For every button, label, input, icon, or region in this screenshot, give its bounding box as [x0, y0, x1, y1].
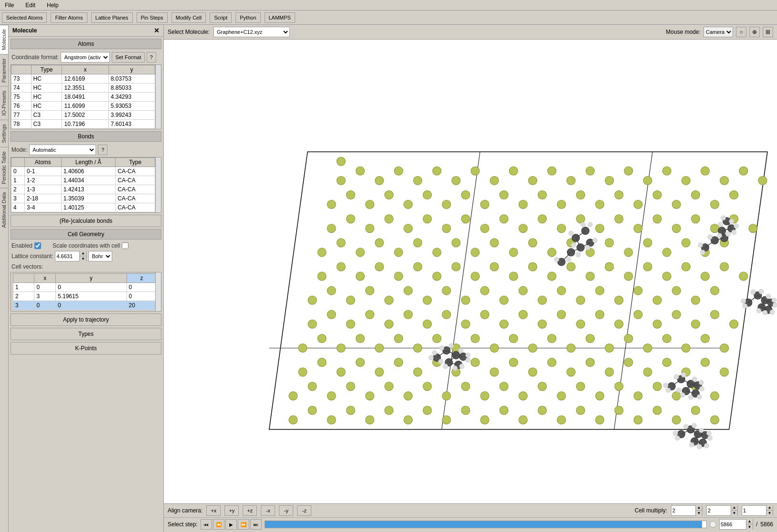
coord-help-btn[interactable]: ?	[147, 52, 156, 63]
cell-mult-x-up[interactable]: ▲	[695, 505, 702, 511]
lattice-down-btn[interactable]: ▼	[79, 256, 86, 261]
align-nx-btn[interactable]: -x	[261, 505, 275, 516]
vector-row[interactable]: 2 3 5.19615 0	[13, 292, 157, 301]
svg-point-165	[318, 248, 326, 257]
align-px-btn[interactable]: +x	[206, 505, 221, 516]
bond-row[interactable]: 0 0-1 1.40606 CA-CA	[11, 167, 155, 176]
progress-bar[interactable]	[265, 521, 707, 528]
step-down-btn[interactable]: ▼	[746, 524, 753, 530]
svg-point-328	[681, 373, 686, 377]
lattice-input[interactable]: 4.6631	[55, 251, 79, 261]
cell-mult-x[interactable]: ▲ ▼	[671, 505, 702, 516]
cell-mult-y-up[interactable]: ▲	[731, 505, 737, 511]
recalculate-bonds-btn[interactable]: (Re-)calculate bonds	[11, 215, 161, 227]
cell-mult-z-input[interactable]	[742, 506, 766, 515]
svg-rect-0	[164, 90, 777, 453]
cell-mult-z-up[interactable]: ▲	[766, 505, 773, 511]
step-prev-btn[interactable]: ⏪	[213, 519, 224, 530]
align-ny-btn[interactable]: -y	[279, 505, 293, 516]
bond-row[interactable]: 3 2-18 1.35039 CA-CA	[11, 194, 155, 203]
coord-format-select[interactable]: Angstrom (activ	[61, 52, 110, 63]
cell-mult-x-down[interactable]: ▼	[695, 511, 702, 516]
cell-mult-z[interactable]: ▲ ▼	[742, 505, 773, 516]
menu-edit[interactable]: Edit	[22, 1, 38, 10]
bonds-help-btn[interactable]: ?	[98, 145, 107, 155]
viewport-icon-btn1[interactable]: ○	[736, 27, 746, 37]
cell-mult-z-down[interactable]: ▼	[766, 511, 773, 516]
atom-row[interactable]: 77 C3 17.5002 3.99243	[11, 111, 155, 120]
toolbar-modify-cell[interactable]: Modify Cell	[171, 12, 206, 23]
align-nz-btn[interactable]: -z	[297, 505, 311, 516]
tab-molecule[interactable]: Molecule	[0, 25, 8, 54]
atoms-scrollbar[interactable]	[155, 65, 161, 129]
set-format-btn[interactable]: Set Format	[112, 52, 144, 63]
step-number-spinner[interactable]: ▲ ▼	[719, 519, 753, 530]
tab-periodic-table[interactable]: Periodic Table	[0, 147, 8, 188]
toolbar-lammps[interactable]: LAMMPS	[265, 12, 295, 23]
tab-settings[interactable]: Settings	[0, 120, 8, 147]
lattice-label: Lattice constant:	[11, 253, 53, 260]
atom-row[interactable]: 73 HC 12.6169 8.03753	[11, 74, 155, 83]
svg-point-329	[692, 377, 697, 382]
mouse-mode-select[interactable]: Camera	[703, 27, 733, 37]
svg-point-223	[576, 190, 585, 199]
step-last-btn[interactable]: ⏭	[250, 519, 262, 530]
bonds-mode-select[interactable]: Automatic	[29, 145, 96, 155]
lattice-unit-select[interactable]: Bohr	[88, 251, 112, 261]
panel-close-btn[interactable]: ✕	[154, 27, 160, 34]
atom-row[interactable]: 75 HC 18.0491 4.34293	[11, 93, 155, 102]
svg-point-63	[528, 368, 537, 376]
menu-help[interactable]: Help	[44, 1, 62, 10]
toolbar-python[interactable]: Python	[235, 12, 260, 23]
viewport-icon-btn2[interactable]: ⊕	[749, 27, 760, 37]
scale-checkbox[interactable]	[122, 242, 128, 249]
molecule-select[interactable]: Graphene+C12.xyz	[213, 27, 290, 37]
toolbar-pin-steps[interactable]: Pin Steps	[137, 12, 168, 23]
cell-enabled-row: Enabled Scale coordinates with cell	[9, 241, 163, 250]
vector-row[interactable]: 1 0 0 0	[13, 283, 157, 292]
svg-point-98	[327, 310, 336, 319]
tab-io-presets[interactable]: IO-Presets	[0, 86, 8, 120]
atom-row[interactable]: 78 C3 10.7196 7.60143	[11, 120, 155, 129]
apply-trajectory-btn[interactable]: Apply to trajectory	[11, 313, 161, 326]
menu-file[interactable]: File	[2, 1, 17, 10]
enabled-checkbox[interactable]	[34, 242, 41, 249]
cell-mult-y-down[interactable]: ▼	[731, 511, 737, 516]
step-first-btn[interactable]: ⏮	[201, 519, 212, 530]
bond-row[interactable]: 1 1-2 1.44034 CA-CA	[11, 176, 155, 185]
align-py-btn[interactable]: +y	[224, 505, 239, 516]
step-number-input[interactable]	[720, 520, 746, 529]
step-up-btn[interactable]: ▲	[746, 519, 753, 524]
align-pz-btn[interactable]: +z	[243, 505, 257, 516]
toolbar-lattice-planes[interactable]: Lattice Planes	[91, 12, 133, 23]
toolbar-filter-atoms[interactable]: Filter Atoms	[51, 12, 87, 23]
svg-point-143	[337, 262, 345, 271]
tab-additional-data[interactable]: Additional Data	[0, 188, 8, 232]
svg-point-307	[717, 233, 722, 238]
lattice-spinner[interactable]: 4.6631 ▲ ▼	[55, 251, 86, 261]
bond-row[interactable]: 4 3-4 1.40125 CA-CA	[11, 203, 155, 212]
bond-row[interactable]: 2 1-3 1.42413 CA-CA	[11, 185, 155, 194]
viewport-icon-btn3[interactable]: ⊞	[763, 27, 773, 37]
svg-point-350	[759, 289, 764, 294]
svg-point-348	[743, 303, 747, 308]
bonds-scrollbar[interactable]	[155, 157, 161, 212]
svg-point-84	[490, 344, 499, 352]
atom-row[interactable]: 76 HC 11.6099 5.93053	[11, 102, 155, 111]
atom-row[interactable]: 74 HC 12.3551 8.85033	[11, 83, 155, 93]
panel-scroll[interactable]: Atoms Coordinate format: Angstrom (activ…	[9, 37, 163, 532]
tab-parameter[interactable]: Parameter	[0, 54, 8, 86]
cell-mult-y-input[interactable]	[707, 506, 731, 515]
toolbar-selected-atoms[interactable]: Selected Atoms	[2, 12, 47, 23]
vectors-scrollbar[interactable]	[155, 272, 161, 311]
types-btn[interactable]: Types	[11, 328, 161, 340]
mol-viewport[interactable]	[164, 40, 777, 503]
cell-mult-x-input[interactable]	[671, 506, 695, 515]
kpoints-btn[interactable]: K-Points	[11, 342, 161, 355]
toolbar-script[interactable]: Script	[210, 12, 232, 23]
step-play-btn[interactable]: ▶	[225, 519, 237, 530]
cell-mult-y[interactable]: ▲ ▼	[706, 505, 738, 516]
lattice-up-btn[interactable]: ▲	[79, 251, 86, 256]
step-next-btn[interactable]: ⏩	[238, 519, 249, 530]
vector-row[interactable]: 3 0 0 20	[13, 301, 157, 310]
